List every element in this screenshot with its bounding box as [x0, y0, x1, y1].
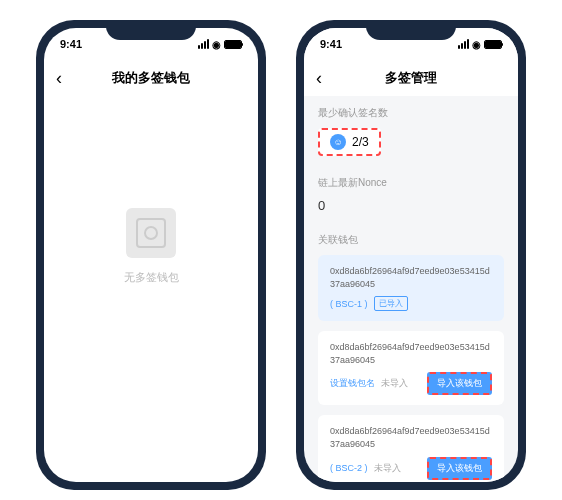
person-icon: ☺	[330, 134, 346, 150]
battery-icon	[484, 40, 502, 49]
wallet-tag: ( BSC-2 )	[330, 463, 368, 473]
wallet-status: 未导入	[374, 462, 401, 475]
wallet-tag: ( BSC-1 )	[330, 299, 368, 309]
status-time: 9:41	[320, 38, 342, 50]
nonce-label: 链上最新Nonce	[318, 176, 504, 190]
header: ‹ 多签管理	[304, 60, 518, 96]
nonce-value: 0	[318, 198, 504, 213]
status-time: 9:41	[60, 38, 82, 50]
sig-label: 最少确认签名数	[318, 106, 504, 120]
wifi-icon: ◉	[472, 39, 481, 50]
header: ‹ 我的多签钱包	[44, 60, 258, 96]
sig-value: 2/3	[352, 135, 369, 149]
wallet-card[interactable]: 0xd8da6bf26964af9d7eed9e03e53415d37aa960…	[318, 415, 504, 482]
page-title: 多签管理	[385, 69, 437, 87]
signature-count-box: ☺ 2/3	[318, 128, 381, 156]
wallet-card[interactable]: 0xd8da6bf26964af9d7eed9e03e53415d37aa960…	[318, 331, 504, 405]
empty-state: 无多签钱包	[44, 96, 258, 396]
wallet-meta: ( BSC-1 )已导入	[330, 296, 492, 311]
wallet-address: 0xd8da6bf26964af9d7eed9e03e53415d37aa960…	[330, 341, 492, 366]
wallet-address: 0xd8da6bf26964af9d7eed9e03e53415d37aa960…	[330, 425, 492, 450]
import-wallet-button[interactable]: 导入该钱包	[427, 457, 492, 480]
wallet-status: 未导入	[381, 377, 408, 390]
assoc-label: 关联钱包	[318, 233, 504, 247]
wifi-icon: ◉	[212, 39, 221, 50]
signal-icon	[198, 39, 209, 49]
page-title: 我的多签钱包	[112, 69, 190, 87]
back-icon[interactable]: ‹	[56, 68, 62, 89]
battery-icon	[224, 40, 242, 49]
signal-icon	[458, 39, 469, 49]
wallet-card[interactable]: 0xd8da6bf26964af9d7eed9e03e53415d37aa960…	[318, 255, 504, 321]
import-wallet-button[interactable]: 导入该钱包	[427, 372, 492, 395]
wallet-status: 已导入	[374, 296, 408, 311]
wallet-empty-icon	[126, 208, 176, 258]
wallet-meta: ( BSC-2 )未导入导入该钱包	[330, 457, 492, 480]
wallet-address: 0xd8da6bf26964af9d7eed9e03e53415d37aa960…	[330, 265, 492, 290]
back-icon[interactable]: ‹	[316, 68, 322, 89]
wallet-meta: 设置钱包名未导入导入该钱包	[330, 372, 492, 395]
wallet-name-link[interactable]: 设置钱包名	[330, 377, 375, 390]
empty-text: 无多签钱包	[124, 270, 179, 285]
